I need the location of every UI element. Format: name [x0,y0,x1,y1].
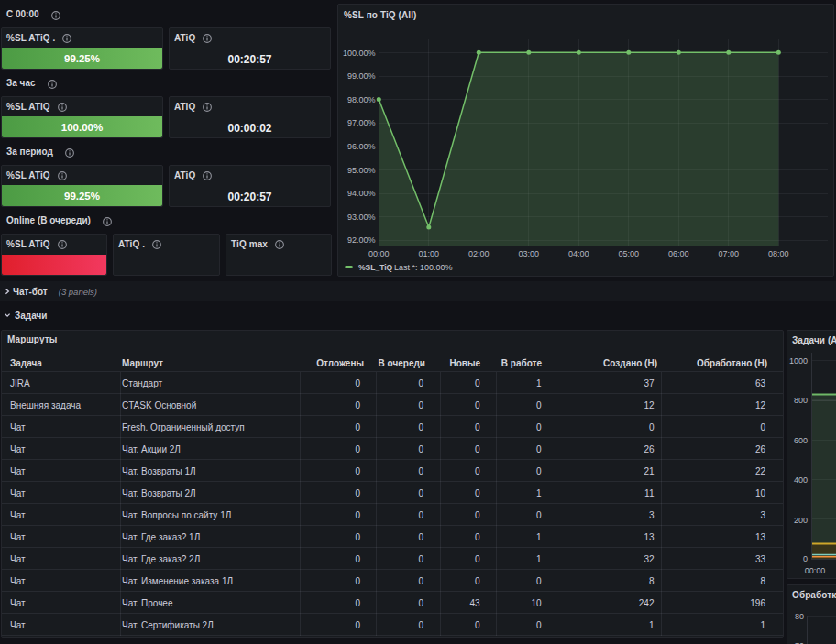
svg-text:94.00%: 94.00% [347,189,376,198]
svg-text:03:00: 03:00 [519,249,540,258]
svg-text:00:00: 00:00 [805,566,826,575]
svg-text:98.00%: 98.00% [347,95,376,104]
svg-text:99.00%: 99.00% [347,71,376,81]
svg-text:97.00%: 97.00% [347,118,376,127]
svg-text:1000: 1000 [789,356,808,366]
svg-text:04:00: 04:00 [568,249,589,258]
svg-text:70: 70 [795,641,804,644]
svg-text:92.00%: 92.00% [347,235,376,245]
svg-text:06:00: 06:00 [668,249,689,258]
svg-text:95.00%: 95.00% [347,166,376,175]
svg-text:07:00: 07:00 [719,249,740,258]
svg-text:80: 80 [795,612,804,621]
svg-text:08:00: 08:00 [768,249,789,258]
svg-text:05:00: 05:00 [619,249,640,258]
svg-text:0: 0 [803,554,808,563]
svg-text:600: 600 [794,436,808,445]
svg-text:800: 800 [794,396,808,405]
svg-text:93.00%: 93.00% [347,213,376,222]
svg-text:100.00%: 100.00% [343,49,376,58]
svg-text:02:00: 02:00 [468,249,490,258]
svg-text:400: 400 [794,475,808,485]
svg-text:96.00%: 96.00% [347,142,376,151]
svg-text:200: 200 [794,516,808,525]
svg-text:00:00: 00:00 [368,249,390,258]
svg-text:01:00: 01:00 [419,249,440,258]
svg-text:%SL_TiQ: %SL_TiQ [358,263,393,272]
svg-text:Last *: 100.00%: Last *: 100.00% [394,263,453,272]
